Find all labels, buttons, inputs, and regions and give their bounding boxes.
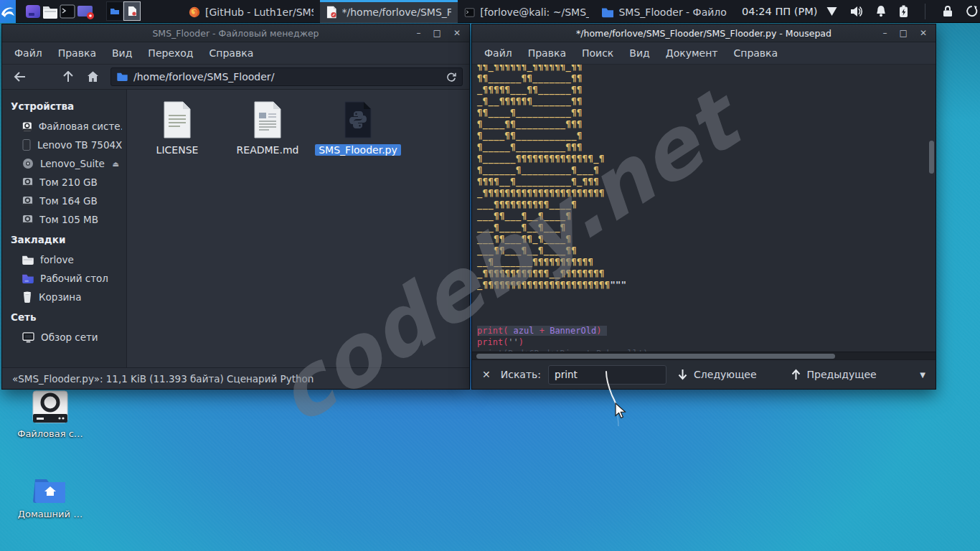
search-options-chevron-icon[interactable]: ▼ bbox=[920, 371, 925, 379]
blue-folder-icon bbox=[602, 7, 613, 18]
search-bar: ✕ Искать: Следующее Предыдущее ▼ bbox=[472, 359, 936, 389]
menu-edit[interactable]: Правка bbox=[520, 47, 574, 59]
forward-button[interactable] bbox=[33, 67, 55, 87]
devices-header: Устройства bbox=[2, 95, 126, 117]
menu-file[interactable]: Файл bbox=[6, 47, 50, 59]
tablet-icon bbox=[22, 139, 31, 151]
home-icon bbox=[87, 71, 99, 83]
statusbar: «SMS_Flooder.py»: 11,1 KiB (11.393 байта… bbox=[2, 367, 469, 389]
file-name: README.md bbox=[237, 144, 299, 156]
battery-power-icon[interactable] bbox=[899, 5, 908, 18]
up-button[interactable] bbox=[57, 67, 79, 87]
file-manager-titlebar[interactable]: SMS_Flooder - Файловый менеджер – □ ✕ bbox=[2, 24, 469, 42]
sidebar-item-home-forlove[interactable]: forlove bbox=[2, 250, 126, 269]
file-item-python-script[interactable]: SMS_Flooder.py bbox=[319, 101, 397, 156]
menu-edit[interactable]: Правка bbox=[50, 47, 104, 59]
mousepad-titlebar[interactable]: */home/forlove/SMS_Flooder/SMS_Flooder.p… bbox=[472, 24, 936, 42]
file-list[interactable]: LICENSE README.md bbox=[127, 90, 469, 367]
close-search-icon[interactable]: ✕ bbox=[482, 369, 494, 380]
launcher-files[interactable] bbox=[24, 0, 42, 23]
find-next-button[interactable]: Следующее bbox=[674, 364, 761, 385]
taskbar-label: [GitHub - Luth1er/SMS… bbox=[205, 6, 314, 18]
search-input[interactable] bbox=[548, 365, 666, 385]
launcher-terminal[interactable] bbox=[59, 0, 76, 23]
file-manager-menubar: Файл Правка Вид Переход Справка bbox=[2, 42, 469, 65]
close-button[interactable]: ✕ bbox=[920, 29, 927, 37]
optical-disc-icon bbox=[22, 158, 34, 169]
workspace-2[interactable] bbox=[123, 1, 141, 21]
horizontal-scrollbar[interactable] bbox=[472, 352, 936, 359]
kali-logo-icon bbox=[0, 4, 16, 19]
mousepad-window: */home/forlove/SMS_Flooder/SMS_Flooder.p… bbox=[471, 24, 936, 390]
workspace-1[interactable] bbox=[106, 1, 123, 21]
menu-view[interactable]: Вид bbox=[104, 47, 140, 59]
menu-file[interactable]: Файл bbox=[476, 47, 520, 59]
python-file-icon bbox=[341, 101, 375, 138]
close-button[interactable]: ✕ bbox=[453, 29, 461, 37]
minimize-button[interactable]: – bbox=[883, 29, 887, 37]
file-item-license[interactable]: LICENSE bbox=[138, 101, 216, 156]
current-path: /home/forlove/SMS_Flooder/ bbox=[133, 71, 440, 83]
lock-screen-icon[interactable] bbox=[942, 5, 953, 17]
hard-drive-icon bbox=[31, 390, 70, 423]
volume-drive-icon bbox=[22, 215, 33, 225]
file-item-readme[interactable]: README.md bbox=[229, 101, 306, 156]
maximize-button[interactable]: □ bbox=[433, 29, 441, 37]
taskbar-button-mousepad[interactable]: */home/forlove/SMS_F… bbox=[320, 0, 458, 23]
code-line-print-banner: print( azul + BannerOld) bbox=[477, 325, 936, 336]
sidebar-item-volume-210[interactable]: Том 210 GB bbox=[2, 173, 126, 192]
desktop-icon-label: Домашний … bbox=[18, 509, 83, 519]
menu-help[interactable]: Справка bbox=[202, 47, 262, 59]
markdown-file-icon bbox=[250, 101, 285, 138]
network-icon[interactable] bbox=[826, 6, 838, 17]
maximize-button[interactable]: □ bbox=[900, 29, 908, 37]
launcher-screen-recorder[interactable] bbox=[76, 0, 95, 23]
back-button[interactable] bbox=[9, 67, 30, 87]
find-previous-button[interactable]: Предыдущее bbox=[787, 364, 881, 385]
panel-clock[interactable]: 04:24 ПП (PM) bbox=[733, 6, 826, 17]
taskbar-button-file-manager[interactable]: SMS_Flooder - Файло… bbox=[595, 0, 733, 23]
back-arrow-icon bbox=[14, 72, 26, 82]
menu-view[interactable]: Вид bbox=[621, 47, 657, 59]
vertical-scrollbar-thumb[interactable] bbox=[929, 141, 934, 174]
horizontal-scrollbar-thumb[interactable] bbox=[476, 354, 835, 359]
terminal-icon bbox=[464, 6, 475, 19]
mousepad-document-icon bbox=[326, 6, 337, 19]
applications-menu-button[interactable] bbox=[0, 0, 16, 23]
sidebar-item-filesystem[interactable]: Файловая систе… bbox=[2, 117, 126, 136]
menu-search[interactable]: Поиск bbox=[574, 47, 621, 59]
workspace-switcher bbox=[106, 1, 141, 21]
window-title: */home/forlove/SMS_Flooder/SMS_Flooder.p… bbox=[515, 28, 892, 39]
eject-icon[interactable]: ⏏ bbox=[113, 160, 122, 168]
menu-help[interactable]: Справка bbox=[725, 47, 786, 59]
menu-go[interactable]: Переход bbox=[140, 47, 201, 59]
logout-power-icon[interactable] bbox=[966, 5, 978, 17]
taskbar-button-firefox[interactable]: [GitHub - Luth1er/SMS… bbox=[182, 0, 320, 23]
home-folder-icon bbox=[32, 475, 68, 504]
sidebar-item-volume-164[interactable]: Том 164 GB bbox=[2, 192, 126, 210]
launcher-file-manager[interactable] bbox=[42, 0, 59, 23]
sidebar-item-device-disc[interactable]: Lenovo_Suite ⏏ bbox=[2, 154, 126, 173]
volume-drive-icon bbox=[22, 196, 33, 207]
reload-icon[interactable] bbox=[446, 72, 456, 82]
sidebar-item-volume-105[interactable]: Том 105 MB bbox=[2, 210, 126, 229]
menu-document[interactable]: Документ bbox=[658, 47, 726, 59]
sidebar-item-desktop[interactable]: Рабочий стол bbox=[2, 269, 126, 288]
home-button[interactable] bbox=[82, 67, 103, 87]
trash-icon bbox=[22, 291, 32, 303]
taskbar-label: */home/forlove/SMS_F… bbox=[342, 6, 452, 18]
taskbar-button-terminal[interactable]: [forlove@kali: ~/SMS_… bbox=[458, 0, 595, 23]
path-bar[interactable]: /home/forlove/SMS_Flooder/ bbox=[110, 67, 463, 86]
notifications-bell-icon[interactable] bbox=[875, 5, 887, 17]
sidebar-item-device-tablet[interactable]: Lenovo TB 7504X bbox=[2, 136, 126, 154]
desktop-icon-filesystem[interactable]: Файловая с… bbox=[14, 390, 86, 439]
editor-text-area[interactable]: ¶¶_¶¶¶¶¶¶_¶¶¶¶¶¶_¶¶ ¶¶______¶¶_______¶¶ … bbox=[472, 65, 936, 359]
minimize-button[interactable]: – bbox=[417, 29, 421, 37]
bookmarks-header: Закладки bbox=[2, 229, 126, 250]
desktop-icon-home[interactable]: Домашний … bbox=[14, 475, 86, 519]
volume-icon[interactable] bbox=[850, 6, 863, 17]
sidebar-item-trash[interactable]: Корзина bbox=[2, 288, 126, 306]
text-file-icon bbox=[160, 101, 194, 138]
mini-document-icon bbox=[128, 6, 136, 16]
sidebar-item-network-browse[interactable]: Обзор сети bbox=[2, 328, 126, 347]
